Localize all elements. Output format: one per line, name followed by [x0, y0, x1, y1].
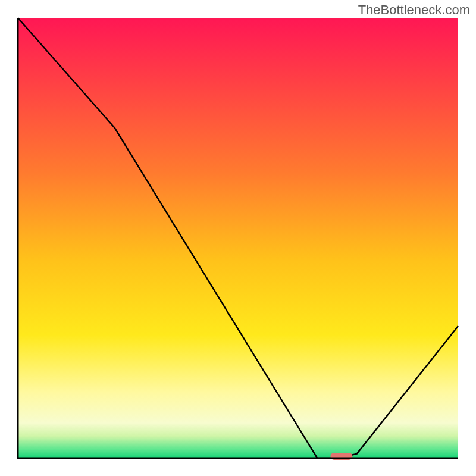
bottleneck-chart: TheBottleneck.com [0, 0, 476, 476]
gradient-background [18, 18, 458, 458]
chart-canvas [0, 0, 476, 476]
watermark-text: TheBottleneck.com [358, 2, 470, 18]
